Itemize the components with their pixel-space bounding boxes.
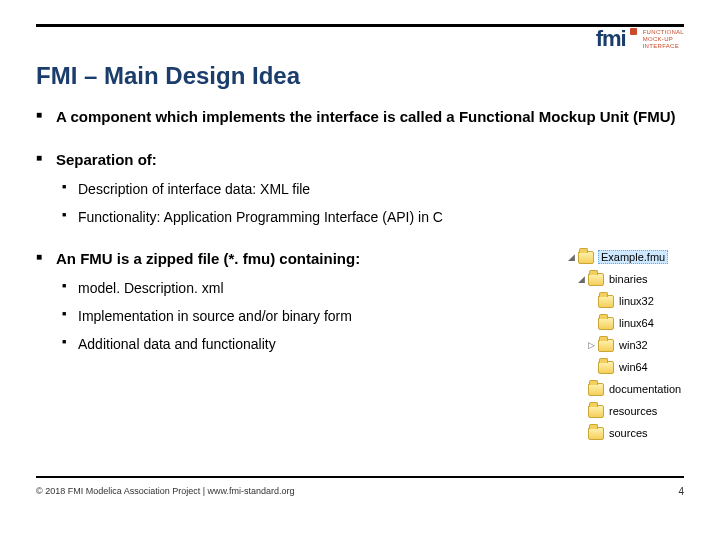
collapse-icon[interactable]: ◢ <box>576 274 586 284</box>
tree-label: linux32 <box>618 295 655 307</box>
logo-text: FUNCTIONAL MOCK-UP INTERFACE <box>643 29 684 50</box>
folder-icon <box>598 295 614 308</box>
tree-node-linux32[interactable]: linux32 <box>566 290 684 312</box>
bullet-2-text: Separation of: <box>56 151 157 168</box>
tree-label: binaries <box>608 273 649 285</box>
tree-label-root: Example.fmu <box>598 250 668 264</box>
collapse-icon[interactable]: ◢ <box>566 252 576 262</box>
folder-icon <box>588 273 604 286</box>
folder-icon <box>588 383 604 396</box>
bullet-2: Separation of: Description of interface … <box>36 151 684 226</box>
bullet-3-text: An FMU is a zipped file (*. fmu) contain… <box>56 250 360 267</box>
bullet-2-1: Description of interface data: XML file <box>56 180 684 198</box>
folder-icon <box>588 427 604 440</box>
logo-line1: FUNCTIONAL <box>643 29 684 36</box>
logo: fmi FUNCTIONAL MOCK-UP INTERFACE <box>596 26 684 52</box>
folder-icon <box>598 339 614 352</box>
tree-node-win32[interactable]: ▷ win32 <box>566 334 684 356</box>
tree-label: resources <box>608 405 658 417</box>
page-number: 4 <box>678 486 684 497</box>
folder-icon <box>588 405 604 418</box>
tree-label: linux64 <box>618 317 655 329</box>
expand-icon[interactable]: ▷ <box>586 340 596 350</box>
bullet-2-2: Functionality: Application Programming I… <box>56 208 684 226</box>
footer-text: © 2018 FMI Modelica Association Project … <box>36 486 295 496</box>
slide: fmi FUNCTIONAL MOCK-UP INTERFACE FMI – M… <box>0 0 720 540</box>
tree-node-sources[interactable]: sources <box>566 422 684 444</box>
top-rule <box>36 24 684 27</box>
tree-label: win64 <box>618 361 649 373</box>
tree-node-linux64[interactable]: linux64 <box>566 312 684 334</box>
tree-label: documentation <box>608 383 682 395</box>
bullet-1: A component which implements the interfa… <box>36 108 684 127</box>
slide-title: FMI – Main Design Idea <box>36 62 300 90</box>
tree-node-root[interactable]: ◢ Example.fmu <box>566 246 684 268</box>
logo-dot-icon <box>630 28 637 35</box>
tree-node-resources[interactable]: resources <box>566 400 684 422</box>
bottom-rule <box>36 476 684 478</box>
logo-line3: INTERFACE <box>643 43 684 50</box>
tree-label: sources <box>608 427 649 439</box>
folder-icon <box>598 317 614 330</box>
logo-mark: fmi <box>596 26 626 52</box>
tree-label: win32 <box>618 339 649 351</box>
tree-node-binaries[interactable]: ◢ binaries <box>566 268 684 290</box>
folder-icon <box>578 251 594 264</box>
tree-node-win64[interactable]: win64 <box>566 356 684 378</box>
logo-line2: MOCK-UP <box>643 36 684 43</box>
folder-icon <box>598 361 614 374</box>
tree-node-documentation[interactable]: documentation <box>566 378 684 400</box>
file-tree: ◢ Example.fmu ◢ binaries linux32 linux64… <box>566 246 684 444</box>
